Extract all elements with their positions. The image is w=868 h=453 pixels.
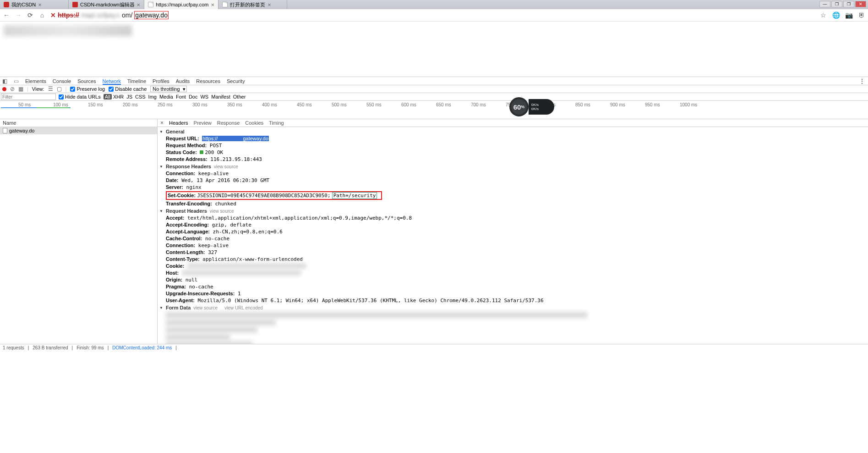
back-icon[interactable]: ← [3, 11, 10, 19]
devtools-tab-audits[interactable]: Audits [176, 78, 190, 84]
section-response-headers[interactable]: Response Headers view source [159, 163, 866, 170]
filter-type-media[interactable]: Media [158, 94, 175, 99]
status-code: 200 OK [205, 149, 223, 155]
filter-type-all[interactable]: All [104, 94, 112, 99]
star-icon[interactable]: ☆ [819, 11, 827, 19]
filter-type-xhr[interactable]: XHR [112, 94, 125, 99]
url-domain-suffix: om/ [122, 11, 132, 19]
filter-type-img[interactable]: Img [147, 94, 158, 99]
request-url-value: https:// gateway.do [202, 136, 269, 141]
device-icon[interactable]: ▭ [14, 78, 19, 84]
devtools-tab-resources[interactable]: Resources [196, 78, 220, 84]
devtools-tabs: ◧ ▭ ElementsConsoleSourcesNetworkTimelin… [0, 77, 868, 85]
csdn-favicon-icon [4, 2, 9, 7]
devtools-tab-sources[interactable]: Sources [77, 78, 96, 84]
disable-cache-checkbox[interactable]: Disable cache [109, 86, 147, 92]
devtools-tab-security[interactable]: Security [227, 78, 245, 84]
response-header-row: Date: Wed, 13 Apr 2016 06:20:30 GMT [159, 177, 866, 184]
file-icon [3, 128, 7, 133]
tab-csdn-2[interactable]: CSDN-markdown编辑器× [69, 0, 144, 9]
filter-type-font[interactable]: Font [175, 94, 187, 99]
shield-icon[interactable]: ⛨ [858, 11, 865, 19]
hide-data-urls-checkbox[interactable]: Hide data URLs [59, 94, 101, 99]
transferred-size: 263 B transferred [33, 345, 68, 351]
timeline-tick: 850 ms [575, 102, 590, 107]
camera-icon[interactable]: 📷 [845, 11, 852, 19]
filter-type-ws[interactable]: WS [199, 94, 210, 99]
timeline-tick: 200 ms [123, 102, 138, 107]
tab-close-icon[interactable]: × [211, 1, 215, 8]
view-source-link[interactable]: view source [210, 209, 234, 214]
tab-active[interactable]: https://mapi.ucfpay.com× [144, 0, 218, 9]
filter-type-css[interactable]: CSS [134, 94, 147, 99]
tab-csdn-1[interactable]: 我的CSDN× [0, 0, 69, 9]
section-form-data[interactable]: Form Data view source view URL encoded [159, 304, 866, 311]
filter-type-doc[interactable]: Doc [187, 94, 199, 99]
reload-icon[interactable]: ⟳ [27, 11, 34, 19]
throttling-select[interactable]: No throttling [150, 86, 186, 92]
speed-overlay[interactable]: 60% 0K/s0K/s [509, 95, 555, 118]
home-icon[interactable]: ⌂ [38, 11, 46, 19]
close-detail-icon[interactable]: × [160, 120, 164, 126]
globe-icon[interactable]: 🌐 [832, 11, 840, 19]
tab-close-icon[interactable]: × [267, 1, 271, 8]
detail-tabs: × HeadersPreviewResponseCookiesTiming [158, 119, 868, 127]
view-list-icon[interactable]: ☰ [48, 86, 53, 92]
request-header-row: Accept: text/html,application/xhtml+xml,… [159, 215, 866, 221]
detail-tab-preview[interactable]: Preview [194, 120, 212, 126]
response-header-row: Connection: keep-alive [159, 170, 866, 177]
filter-input[interactable] [1, 94, 56, 100]
minimize-button[interactable]: — [819, 1, 830, 7]
filter-type-manifest[interactable]: Manifest [210, 94, 232, 99]
tab-close-icon[interactable]: × [38, 1, 42, 8]
timeline-tick: 50 ms [18, 102, 31, 107]
view-url-encoded-link[interactable]: view URL encoded [224, 305, 263, 310]
view-large-icon[interactable]: ▢ [57, 86, 62, 92]
detail-tab-headers[interactable]: Headers [169, 120, 188, 126]
devtools-tab-timeline[interactable]: Timeline [127, 78, 146, 84]
detail-tab-timing[interactable]: Timing [269, 120, 284, 126]
devtools-tab-console[interactable]: Console [53, 78, 71, 84]
request-header-row: User-Agent: Mozilla/5.0 (Windows NT 6.1;… [159, 297, 866, 304]
clear-icon[interactable]: ⊘ [10, 86, 15, 92]
nav-right-icons: ☆ 🌐 📷 ⛨ [819, 11, 865, 19]
filter-bar: Hide data URLs AllXHRJSCSSImgMediaFontDo… [0, 93, 868, 101]
devtools-tab-profiles[interactable]: Profiles [153, 78, 169, 84]
preserve-log-checkbox[interactable]: Preserve log [70, 86, 105, 92]
tab-new[interactable]: 打开新的标签页× [218, 0, 287, 9]
film-icon[interactable]: ▦ [18, 86, 23, 92]
restore-button[interactable]: ❐ [831, 1, 842, 7]
devtools-tab-network[interactable]: Network [103, 78, 121, 85]
url-bar[interactable]: ✕ https:// mapi.ucfpay.c om/gateway.do [50, 11, 815, 19]
devtools-menu-icon[interactable]: ⋮ [859, 77, 866, 85]
network-body: Name gateway.do × HeadersPreviewResponse… [0, 119, 868, 344]
devtools-tab-elements[interactable]: Elements [25, 78, 46, 84]
close-button[interactable]: ✕ [855, 1, 866, 7]
timeline-tick: 350 ms [227, 102, 242, 107]
speed-circle: 60% [509, 97, 529, 116]
detail-tab-response[interactable]: Response [217, 120, 240, 126]
request-row[interactable]: gateway.do [0, 127, 157, 134]
section-request-headers[interactable]: Request Headers view source [159, 207, 866, 215]
url-scheme: https:// [58, 11, 79, 19]
set-cookie-highlight: Set-Cookie: JSESSIONID=09E45C974E9AE08B9… [166, 191, 382, 200]
waterfall-timeline[interactable]: 50 ms100 ms150 ms200 ms250 ms300 ms350 m… [0, 101, 868, 119]
filter-type-other[interactable]: Other [232, 94, 247, 99]
section-general[interactable]: General [159, 128, 866, 135]
filter-type-js[interactable]: JS [125, 94, 134, 99]
view-source-link[interactable]: view source [214, 164, 238, 169]
cookie-path-highlight: Path=/security [332, 192, 377, 199]
dock-icon[interactable]: ◧ [2, 78, 7, 84]
record-icon[interactable] [2, 87, 6, 91]
tab-title: 打开新的标签页 [230, 1, 265, 8]
tab-close-icon[interactable]: × [137, 1, 141, 8]
timeline-tick: 100 ms [53, 102, 68, 107]
maximize-button[interactable]: ❐ [843, 1, 854, 7]
remote-address: 116.213.95.18:443 [210, 156, 262, 162]
request-header-row: Pragma: no-cache [159, 283, 866, 290]
request-method: POST [210, 143, 222, 149]
forward-icon[interactable]: → [15, 11, 22, 19]
detail-tab-cookies[interactable]: Cookies [245, 120, 263, 126]
view-source-link[interactable]: view source [193, 305, 218, 310]
name-column-header[interactable]: Name [0, 119, 157, 127]
